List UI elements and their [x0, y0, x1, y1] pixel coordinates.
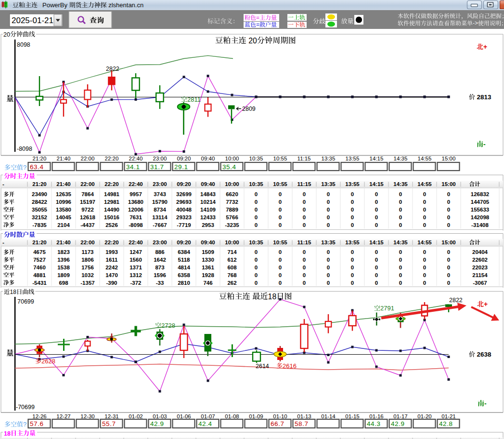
- svg-text:-372: -372: [130, 280, 141, 286]
- svg-text:34.1: 34.1: [126, 163, 140, 171]
- svg-text:2616: 2616: [283, 362, 297, 370]
- svg-text:12-26: 12-26: [32, 413, 46, 419]
- svg-text:11:15: 11:15: [297, 156, 311, 161]
- svg-text:22602: 22602: [472, 257, 488, 263]
- svg-text:0: 0: [399, 280, 402, 286]
- svg-text:0: 0: [327, 249, 330, 255]
- svg-text:0: 0: [375, 199, 378, 205]
- svg-text:14:15: 14:15: [369, 239, 384, 245]
- svg-text:0: 0: [327, 222, 330, 228]
- svg-text:9722: 9722: [81, 207, 94, 213]
- svg-text:0: 0: [375, 265, 378, 270]
- svg-text:23:00: 23:00: [153, 181, 167, 187]
- svg-text:1809: 1809: [57, 272, 70, 278]
- svg-text:1823: 1823: [57, 249, 70, 255]
- svg-text:714: 714: [227, 249, 237, 255]
- svg-text:7631: 7631: [129, 214, 142, 220]
- svg-text:22:40: 22:40: [129, 181, 142, 187]
- svg-text:1396: 1396: [57, 257, 70, 263]
- svg-text:-5431: -5431: [32, 280, 47, 286]
- svg-text:0: 0: [351, 280, 354, 286]
- svg-text:13114: 13114: [152, 214, 168, 220]
- svg-text:14981: 14981: [104, 191, 120, 197]
- svg-text:0: 0: [255, 191, 258, 197]
- svg-text:0: 0: [447, 191, 450, 197]
- svg-text:0: 0: [351, 207, 354, 213]
- svg-text:1611: 1611: [106, 257, 118, 263]
- svg-text:13:35: 13:35: [322, 156, 336, 161]
- svg-text:-31408: -31408: [471, 222, 489, 228]
- svg-text:0: 0: [351, 199, 354, 205]
- svg-text:-4437: -4437: [80, 222, 94, 228]
- svg-text:0: 0: [327, 257, 330, 263]
- svg-text:20404: 20404: [472, 249, 488, 255]
- svg-text:15790: 15790: [152, 199, 168, 205]
- svg-text:2811: 2811: [187, 96, 201, 103]
- svg-text:10214: 10214: [200, 199, 216, 205]
- svg-text:11:15: 11:15: [297, 181, 311, 187]
- svg-text:35.4: 35.4: [222, 163, 236, 171]
- svg-text:09:20: 09:20: [177, 181, 191, 187]
- svg-text:-: -: [483, 140, 486, 148]
- svg-text:1560: 1560: [129, 257, 142, 263]
- svg-text:01-02: 01-02: [129, 413, 142, 419]
- svg-text:8098: 8098: [17, 41, 30, 48]
- svg-text:0: 0: [375, 280, 378, 286]
- svg-text:22:00: 22:00: [81, 156, 95, 161]
- svg-text:10:00: 10:00: [225, 239, 239, 245]
- svg-text:0: 0: [303, 191, 306, 197]
- svg-text:01-21: 01-21: [441, 413, 455, 419]
- svg-text:14:55: 14:55: [418, 156, 432, 161]
- svg-text:0: 0: [423, 207, 426, 213]
- svg-text:698: 698: [59, 280, 68, 286]
- svg-text:0: 0: [399, 199, 402, 205]
- svg-text:10:00: 10:00: [225, 156, 239, 161]
- svg-text:0: 0: [423, 191, 426, 197]
- svg-text:01-14: 01-14: [321, 413, 336, 419]
- svg-text:0: 0: [423, 280, 426, 286]
- svg-text:18: 18: [10, 289, 17, 295]
- svg-text:01-17: 01-17: [393, 413, 407, 419]
- svg-text:2242: 2242: [105, 265, 118, 270]
- svg-text:0: 0: [423, 272, 426, 278]
- svg-text:22:40: 22:40: [129, 156, 143, 161]
- svg-text:12981: 12981: [104, 199, 120, 205]
- svg-text:1928: 1928: [202, 272, 214, 278]
- svg-text:2822: 2822: [106, 66, 119, 72]
- svg-text:0: 0: [423, 222, 426, 228]
- svg-text:21:20: 21:20: [32, 181, 46, 187]
- svg-text:70699: 70699: [17, 298, 34, 305]
- svg-text:28422: 28422: [32, 199, 47, 205]
- svg-text:57.6: 57.6: [30, 420, 44, 427]
- svg-text:-1357: -1357: [80, 280, 94, 286]
- svg-text:768: 768: [227, 272, 237, 278]
- svg-text:44.3: 44.3: [367, 420, 381, 427]
- svg-text:09:20: 09:20: [177, 239, 191, 245]
- svg-text:0: 0: [327, 280, 330, 286]
- svg-text:14843: 14843: [200, 191, 216, 197]
- svg-text:12618: 12618: [80, 214, 96, 220]
- svg-text:1538: 1538: [57, 265, 70, 270]
- svg-text:-7719: -7719: [177, 222, 191, 228]
- svg-text:2810: 2810: [178, 280, 190, 286]
- svg-text:01-06: 01-06: [177, 413, 191, 419]
- svg-text:2822: 2822: [449, 297, 463, 304]
- svg-text:0: 0: [399, 249, 402, 255]
- svg-text:13680: 13680: [128, 199, 143, 205]
- svg-text:0: 0: [399, 191, 402, 197]
- svg-text:01-16: 01-16: [369, 413, 383, 419]
- svg-text:155633: 155633: [471, 207, 489, 213]
- svg-text:8734: 8734: [154, 207, 166, 213]
- svg-text:7864: 7864: [81, 191, 94, 197]
- svg-text:14:15: 14:15: [370, 156, 384, 161]
- svg-text:0: 0: [399, 207, 402, 213]
- svg-text:14109: 14109: [200, 207, 216, 213]
- svg-text:4675: 4675: [33, 249, 46, 255]
- svg-text:2614: 2614: [256, 363, 269, 370]
- svg-text:12-31: 12-31: [104, 413, 118, 419]
- svg-text:0: 0: [447, 257, 450, 263]
- svg-text:22:20: 22:20: [104, 239, 118, 245]
- svg-text:0: 0: [279, 257, 282, 263]
- svg-text:13:55: 13:55: [345, 181, 360, 187]
- svg-text:0: 0: [375, 222, 378, 228]
